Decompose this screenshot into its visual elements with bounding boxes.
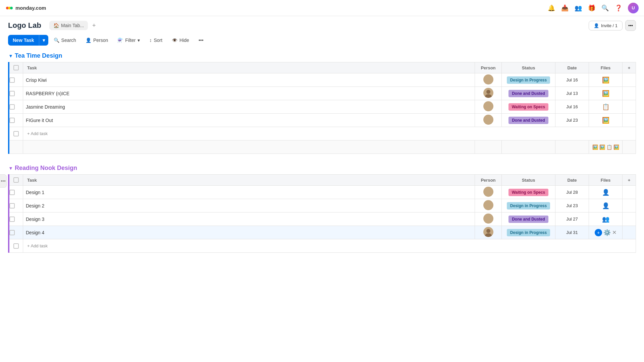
row-checkbox[interactable]	[9, 104, 15, 110]
task-name[interactable]: Crisp Kiwi	[26, 77, 47, 83]
new-task-button[interactable]: New Task ▾	[8, 35, 48, 46]
task-name[interactable]: Design 4	[26, 230, 44, 235]
remove-file-button[interactable]: ✕	[612, 229, 616, 236]
row-checkbox[interactable]	[9, 77, 15, 83]
more-options-button[interactable]: •••	[625, 20, 636, 31]
person-avatar[interactable]	[483, 101, 493, 111]
file-icon[interactable]: 👤	[602, 189, 609, 196]
filter-button[interactable]: ⚗️ Filter ▾	[113, 35, 144, 45]
add-task-row[interactable]: + Add task	[9, 127, 636, 140]
row-checkbox[interactable]	[9, 118, 15, 123]
date-cell[interactable]: Jul 16	[555, 100, 589, 114]
add-row-checkbox[interactable]	[13, 131, 19, 136]
brand-logo[interactable]: monday.com	[5, 4, 46, 12]
task-name[interactable]: Design 2	[26, 203, 44, 208]
files-cell[interactable]: 🖼️	[589, 87, 623, 100]
inbox-icon[interactable]: 📥	[561, 4, 569, 12]
summary-file-icon-3[interactable]: 📋	[606, 144, 612, 150]
group-title-tea-time[interactable]: Tea Time Design	[15, 52, 62, 59]
add-task-label-cell[interactable]: + Add task	[23, 127, 636, 140]
file-icon[interactable]: 🖼️	[602, 77, 609, 83]
person-avatar[interactable]	[483, 200, 493, 210]
task-name[interactable]: Design 3	[26, 217, 44, 222]
file-icon[interactable]: 🖼️	[602, 90, 609, 97]
status-cell[interactable]: Design in Progress	[502, 73, 555, 87]
date-cell[interactable]: Jul 23	[555, 114, 589, 127]
help-icon[interactable]: ❓	[614, 4, 623, 12]
files-cell[interactable]: 👤	[589, 186, 623, 199]
status-cell[interactable]: Design in Progress	[502, 226, 555, 239]
user-avatar[interactable]: U	[628, 3, 639, 13]
person-avatar[interactable]	[483, 88, 493, 98]
select-all-checkbox[interactable]	[13, 65, 19, 70]
add-task-label-cell[interactable]: + Add task	[23, 239, 636, 253]
task-name[interactable]: Jasmine Dreaming	[26, 104, 65, 110]
person-avatar[interactable]	[483, 214, 493, 224]
status-cell[interactable]: Waiting on Specs	[502, 186, 555, 199]
group-chevron-icon[interactable]: ▾	[9, 53, 12, 59]
invite-button[interactable]: 👤 Invite / 1	[589, 21, 623, 31]
file-icon[interactable]: 👤	[602, 202, 609, 209]
group-title-reading-nook[interactable]: Reading Nook Design	[15, 165, 77, 172]
summary-file-icon-2[interactable]: 🖼️	[599, 144, 605, 150]
search-nav-icon[interactable]: 🔍	[601, 4, 609, 12]
more-toolbar-button[interactable]: •••	[195, 35, 208, 45]
date-cell[interactable]: Jul 28	[555, 186, 589, 199]
person-avatar[interactable]	[483, 115, 493, 125]
date-cell[interactable]: Jul 23	[555, 199, 589, 213]
summary-file-icon-4[interactable]: 🖼️	[613, 144, 619, 150]
group-chevron-purple-icon[interactable]: ▾	[9, 165, 12, 171]
task-name[interactable]: Design 1	[26, 190, 44, 195]
notifications-icon[interactable]: 🔔	[547, 4, 555, 12]
file-icon[interactable]: 🖼️	[602, 117, 609, 124]
sidebar-toggle-button[interactable]: •••	[0, 174, 7, 188]
people-icon[interactable]: 👥	[574, 4, 582, 12]
add-task-row[interactable]: + Add task	[9, 239, 636, 253]
select-all-checkbox[interactable]	[13, 177, 19, 183]
add-file-button[interactable]: +	[595, 229, 602, 236]
new-task-chevron-icon[interactable]: ▾	[39, 35, 48, 46]
filter-icon: ⚗️	[117, 38, 123, 43]
status-cell[interactable]: Waiting on Specs	[502, 100, 555, 114]
file-icon[interactable]: 📋	[602, 104, 609, 110]
date-cell[interactable]: Jul 27	[555, 213, 589, 226]
task-name[interactable]: FIGure it Out	[26, 118, 53, 123]
add-column-button[interactable]: +	[623, 62, 636, 73]
files-cell[interactable]: 👥	[589, 213, 623, 226]
row-checkbox[interactable]	[9, 217, 15, 222]
status-cell[interactable]: Done and Dusted	[502, 114, 555, 127]
file-icon[interactable]: ⚙️	[603, 229, 611, 236]
person-avatar[interactable]	[483, 227, 493, 237]
files-cell[interactable]: 🖼️	[589, 114, 623, 127]
files-cell[interactable]: 🖼️	[589, 73, 623, 87]
person-avatar[interactable]	[483, 187, 493, 197]
status-cell[interactable]: Design in Progress	[502, 199, 555, 213]
gift-icon[interactable]: 🎁	[588, 4, 596, 12]
files-cell[interactable]: 📋	[589, 100, 623, 114]
main-tab[interactable]: 🏠 Main Tab...	[49, 21, 88, 30]
row-checkbox[interactable]	[9, 190, 15, 195]
svg-point-14	[485, 206, 492, 210]
hide-button[interactable]: 👁️ Hide	[168, 35, 193, 45]
status-cell[interactable]: Done and Dusted	[502, 87, 555, 100]
date-cell[interactable]: Jul 16	[555, 73, 589, 87]
add-row-checkbox[interactable]	[13, 243, 19, 249]
sort-button[interactable]: ↕️ Sort	[145, 35, 166, 45]
new-task-label[interactable]: New Task	[8, 35, 39, 46]
files-cell[interactable]: 👤	[589, 199, 623, 213]
row-checkbox[interactable]	[9, 203, 15, 208]
row-checkbox[interactable]	[9, 91, 15, 96]
person-filter-button[interactable]: 👤 Person	[82, 35, 112, 45]
row-checkbox[interactable]	[9, 230, 15, 235]
date-cell[interactable]: Jul 13	[555, 87, 589, 100]
status-cell[interactable]: Done and Dusted	[502, 213, 555, 226]
add-tab-button[interactable]: +	[89, 21, 99, 30]
search-button[interactable]: 🔍 Search	[50, 35, 80, 45]
add-column-button[interactable]: +	[623, 175, 636, 186]
task-name[interactable]: RASPBERRY (n)ICE	[26, 91, 69, 96]
date-cell[interactable]: Jul 31	[555, 226, 589, 239]
file-icon[interactable]: 👥	[602, 216, 609, 223]
files-cell[interactable]: + ⚙️ ✕	[589, 226, 623, 239]
person-avatar[interactable]	[483, 74, 493, 84]
summary-file-icon-1[interactable]: 🖼️	[592, 144, 598, 150]
